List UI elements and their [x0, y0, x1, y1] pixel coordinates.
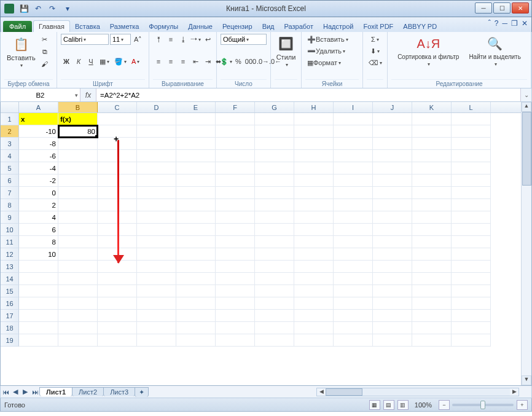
- cell[interactable]: [98, 297, 137, 310]
- fill-button[interactable]: ⬇▾: [367, 45, 383, 57]
- tab-review[interactable]: Рецензир: [217, 21, 257, 32]
- sheet-tab[interactable]: Лист2: [72, 387, 104, 396]
- cell[interactable]: [452, 162, 491, 175]
- cell[interactable]: 10: [19, 248, 58, 261]
- row-header[interactable]: 2: [1, 125, 19, 138]
- cell[interactable]: [294, 211, 334, 224]
- cell[interactable]: [58, 150, 98, 162]
- align-center-button[interactable]: ≡: [165, 56, 176, 67]
- cell[interactable]: [176, 113, 216, 125]
- cell[interactable]: [98, 273, 137, 285]
- col-header[interactable]: L: [452, 102, 491, 112]
- cell[interactable]: [58, 162, 98, 175]
- cell[interactable]: [255, 199, 294, 211]
- doc-min-icon[interactable]: ─: [502, 19, 507, 28]
- cell[interactable]: [137, 175, 176, 187]
- cell[interactable]: [216, 334, 255, 347]
- cell[interactable]: [255, 236, 294, 248]
- cell[interactable]: [294, 187, 334, 199]
- row-header[interactable]: 9: [1, 211, 19, 224]
- cell[interactable]: [176, 322, 216, 334]
- cell[interactable]: [373, 187, 412, 199]
- cell[interactable]: [373, 334, 412, 347]
- col-header[interactable]: K: [412, 102, 452, 112]
- clear-button[interactable]: ⌫▾: [367, 57, 383, 68]
- cell[interactable]: [412, 125, 452, 138]
- row-header[interactable]: 10: [1, 224, 19, 236]
- cell[interactable]: [137, 322, 176, 334]
- cell[interactable]: [216, 273, 255, 285]
- cell[interactable]: [216, 138, 255, 150]
- cell[interactable]: [373, 199, 412, 211]
- cell[interactable]: [294, 322, 334, 334]
- col-header[interactable]: G: [255, 102, 294, 112]
- tab-formulas[interactable]: Формулы: [144, 21, 183, 32]
- cell[interactable]: [58, 199, 98, 211]
- sort-filter-button[interactable]: А↓Я Сортировка и фильтр▾: [395, 34, 461, 68]
- cell[interactable]: [334, 322, 373, 334]
- cell[interactable]: [137, 199, 176, 211]
- cell[interactable]: [137, 150, 176, 162]
- zoom-out-button[interactable]: −: [439, 400, 450, 410]
- horizontal-scrollbar[interactable]: ◀ ▶: [316, 388, 519, 396]
- cell[interactable]: [452, 248, 491, 261]
- cell[interactable]: [412, 297, 452, 310]
- cell[interactable]: [176, 224, 216, 236]
- cell[interactable]: [255, 125, 294, 138]
- cell[interactable]: [334, 150, 373, 162]
- currency-button[interactable]: 💲▾: [221, 56, 232, 67]
- fill-handle[interactable]: [95, 135, 98, 138]
- cell[interactable]: [216, 125, 255, 138]
- cell[interactable]: 8: [19, 236, 58, 248]
- fx-button[interactable]: fx: [80, 88, 96, 101]
- cell[interactable]: [58, 236, 98, 248]
- help-icon[interactable]: ?: [495, 19, 499, 28]
- cell[interactable]: [137, 211, 176, 224]
- cell[interactable]: [294, 199, 334, 211]
- cell[interactable]: [255, 211, 294, 224]
- cell[interactable]: [373, 138, 412, 150]
- cell[interactable]: [334, 285, 373, 297]
- cell[interactable]: [334, 334, 373, 347]
- col-header[interactable]: E: [176, 102, 216, 112]
- formula-input[interactable]: =A2^2+2*A2: [96, 88, 520, 101]
- align-right-button[interactable]: ≡: [178, 56, 189, 67]
- tab-insert[interactable]: Вставка: [70, 21, 105, 32]
- undo-button[interactable]: ↶: [32, 2, 44, 15]
- cell[interactable]: [334, 310, 373, 322]
- orientation-button[interactable]: ⭬▾: [190, 34, 201, 45]
- cell[interactable]: [255, 175, 294, 187]
- underline-button[interactable]: Ч: [85, 56, 96, 67]
- cell[interactable]: -6: [19, 150, 58, 162]
- cell[interactable]: [334, 199, 373, 211]
- border-button[interactable]: ▦▾: [98, 56, 111, 67]
- align-middle-button[interactable]: ≡: [165, 34, 176, 45]
- tab-layout[interactable]: Разметка: [105, 21, 144, 32]
- cell[interactable]: [19, 297, 58, 310]
- cell[interactable]: [137, 224, 176, 236]
- font-size-combo[interactable]: 11▾: [110, 34, 131, 45]
- cell[interactable]: [373, 150, 412, 162]
- cell[interactable]: [373, 224, 412, 236]
- cell[interactable]: [176, 187, 216, 199]
- cell[interactable]: [452, 113, 491, 125]
- cell[interactable]: [294, 310, 334, 322]
- wrap-text-button[interactable]: ↩: [202, 34, 213, 45]
- cell[interactable]: [294, 162, 334, 175]
- row-header[interactable]: 6: [1, 175, 19, 187]
- cell[interactable]: [255, 322, 294, 334]
- font-color-button[interactable]: A▾: [130, 56, 141, 67]
- cell[interactable]: [137, 248, 176, 261]
- tab-abbyy[interactable]: ABBYY PD: [398, 21, 442, 32]
- insert-cells-button[interactable]: ➕ Вставить▾: [305, 34, 362, 45]
- cell[interactable]: [176, 150, 216, 162]
- cell[interactable]: [58, 211, 98, 224]
- decrease-indent-button[interactable]: ⇤: [190, 56, 201, 67]
- cell[interactable]: [137, 236, 176, 248]
- tab-addins[interactable]: Надстрой: [318, 21, 358, 32]
- cell[interactable]: [334, 175, 373, 187]
- doc-restore-icon[interactable]: ❐: [511, 19, 518, 28]
- cell[interactable]: [216, 211, 255, 224]
- cell[interactable]: [294, 175, 334, 187]
- cell[interactable]: [255, 261, 294, 273]
